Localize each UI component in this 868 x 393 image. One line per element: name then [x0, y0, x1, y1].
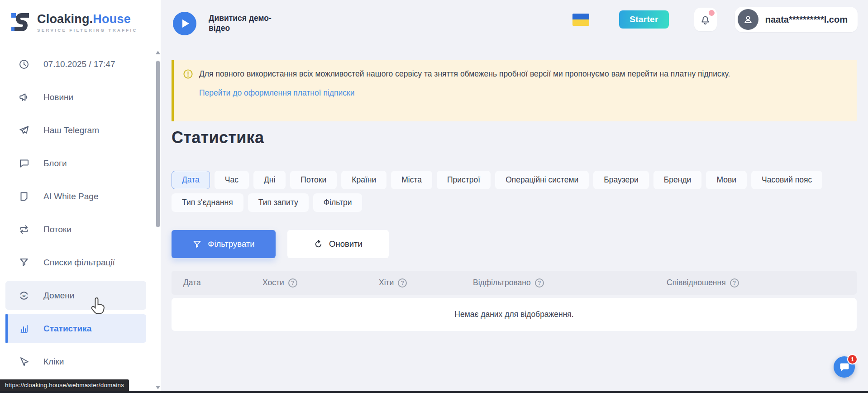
stats-tab[interactable]: Міста	[391, 171, 432, 189]
stats-tab[interactable]: Дні	[253, 171, 286, 189]
subscription-link[interactable]: Перейти до оформлення платної підписки	[199, 88, 354, 98]
stats-tab[interactable]: Часовий пояс	[751, 171, 822, 189]
clock-icon	[18, 58, 30, 70]
brand-logo-icon	[11, 12, 32, 33]
banner-content: Для повного використання всіх можливосте…	[199, 68, 730, 113]
sidebar-item-page[interactable]: AI White Page	[5, 180, 146, 213]
stats-tab[interactable]: Мови	[706, 171, 747, 189]
stats-tab[interactable]: Тип запиту	[248, 193, 309, 212]
sidebar-nav: 07.10.2025 / 17:47НовиниНаш TelegramБлог…	[0, 48, 161, 378]
plan-badge[interactable]: Starter	[619, 10, 668, 29]
column-label: Співвідношення	[667, 278, 726, 288]
play-icon	[182, 19, 189, 28]
notifications-button[interactable]	[694, 8, 717, 31]
telegram-icon	[18, 125, 30, 136]
sidebar-item-domains[interactable]: wДомени	[5, 279, 146, 312]
table-column-header: Відфільтровано?	[473, 278, 667, 288]
window-bottom-edge	[0, 391, 868, 393]
sidebar-item-label: Статистика	[43, 324, 91, 334]
stats-tab[interactable]: Фільтри	[313, 193, 362, 212]
sidebar-item-telegram[interactable]: Наш Telegram	[5, 114, 146, 147]
user-menu[interactable]: naata**********l.com	[735, 7, 858, 32]
refresh-button[interactable]: Оновити	[287, 230, 389, 258]
sidebar: Cloaking.House SERVICE FILTERING TRAFFIC…	[0, 0, 161, 393]
sidebar-item-flows[interactable]: Потоки	[5, 213, 146, 246]
refresh-icon	[314, 240, 323, 249]
help-icon[interactable]: ?	[730, 278, 739, 288]
banner-message: Для повного використання всіх можливосте…	[199, 68, 730, 79]
status-bar-url: https://cloaking.house/webmaster/domains	[0, 379, 129, 391]
sidebar-scrollbar[interactable]	[156, 51, 160, 389]
notification-dot	[709, 10, 715, 16]
domains-icon: w	[18, 290, 30, 302]
language-flag-ukraine[interactable]	[572, 14, 589, 26]
column-label: Відфільтровано	[473, 278, 531, 288]
column-label: Дата	[183, 278, 201, 288]
chat-unread-badge: 1	[847, 354, 858, 364]
sidebar-item-label: Наш Telegram	[43, 125, 99, 135]
logo[interactable]: Cloaking.House SERVICE FILTERING TRAFFIC	[0, 0, 161, 33]
table-column-header: Дата	[183, 278, 262, 288]
stats-tab[interactable]: Дата	[172, 171, 210, 189]
stats-tab[interactable]: Країни	[341, 171, 386, 189]
sidebar-item-megaphone[interactable]: Новини	[5, 81, 146, 114]
demo-video-play-button[interactable]	[173, 12, 196, 35]
column-label: Хіти	[379, 278, 394, 288]
stats-tabs: ДатаЧасДніПотокиКраїниМістаПристроїОпера…	[172, 171, 858, 212]
user-email: naata**********l.com	[765, 14, 848, 25]
stats-tab[interactable]: Пристрої	[437, 171, 491, 189]
stats-icon	[18, 323, 30, 335]
stats-tab[interactable]: Час	[215, 171, 249, 189]
table-column-header: Хости?	[262, 278, 379, 288]
header-right: Starter naata**********l.com	[572, 7, 858, 32]
svg-text:w: w	[22, 293, 26, 298]
column-label: Хости	[262, 278, 284, 288]
scrollbar-thumb[interactable]	[156, 61, 160, 227]
empty-state: Немає даних для відображення.	[172, 298, 857, 331]
sidebar-item-label: Блоги	[43, 158, 67, 168]
scroll-down-icon[interactable]	[156, 386, 160, 389]
stats-tab[interactable]: Операційні системи	[495, 171, 589, 189]
sidebar-item-label: 07.10.2025 / 17:47	[43, 59, 115, 69]
sidebar-item-label: Новини	[43, 92, 73, 102]
sidebar-item-label: Кліки	[43, 357, 64, 367]
page-icon	[18, 191, 30, 202]
actions-row: Фільтрувати Оновити	[172, 230, 389, 258]
sidebar-item-label: AI White Page	[43, 192, 98, 201]
flows-icon	[18, 224, 30, 235]
sidebar-item-label: Списки фільтрації	[43, 258, 115, 268]
megaphone-icon	[18, 91, 30, 103]
help-icon[interactable]: ?	[535, 278, 544, 288]
stats-tab[interactable]: Потоки	[290, 171, 337, 189]
stats-tab[interactable]: Бренди	[653, 171, 702, 189]
filter-button[interactable]: Фільтрувати	[172, 230, 276, 258]
table-column-header: Співвідношення?	[667, 278, 857, 288]
brand-name: Cloaking.House	[37, 12, 138, 26]
funnel-icon	[192, 240, 202, 249]
demo-video-label[interactable]: Дивитися демо-відео	[209, 13, 272, 33]
sidebar-item-chat[interactable]: Блоги	[5, 147, 146, 180]
sidebar-item-stats[interactable]: Статистика	[5, 312, 146, 345]
help-icon[interactable]: ?	[288, 278, 297, 288]
stats-table-header: ДатаХости?Хіти?Відфільтровано?Співвіднош…	[172, 271, 857, 295]
stats-tab[interactable]: Тип з'єднання	[172, 193, 243, 212]
brand-tagline: SERVICE FILTERING TRAFFIC	[37, 28, 138, 33]
funnel-icon	[18, 257, 30, 268]
person-icon	[742, 14, 754, 25]
clicks-icon	[18, 356, 30, 368]
empty-state-text: Немає даних для відображення.	[454, 310, 573, 319]
sidebar-item-clock[interactable]: 07.10.2025 / 17:47	[5, 48, 146, 81]
main-content: Дивитися демо-відео Starter naata*******…	[161, 0, 868, 393]
sidebar-item-clicks[interactable]: Кліки	[5, 345, 146, 378]
chat-widget-button[interactable]: 1	[834, 356, 855, 378]
chat-bubble-icon	[839, 362, 850, 373]
table-column-header: Хіти?	[379, 278, 473, 288]
chat-icon	[18, 158, 30, 169]
sidebar-item-funnel[interactable]: Списки фільтрації	[5, 246, 146, 279]
mouse-cursor-icon	[91, 297, 107, 315]
sidebar-item-label: Потоки	[43, 225, 72, 235]
stats-tab[interactable]: Браузери	[593, 171, 649, 189]
page-title: Статистика	[172, 128, 264, 147]
scroll-up-icon[interactable]	[156, 51, 160, 54]
help-icon[interactable]: ?	[398, 278, 407, 288]
